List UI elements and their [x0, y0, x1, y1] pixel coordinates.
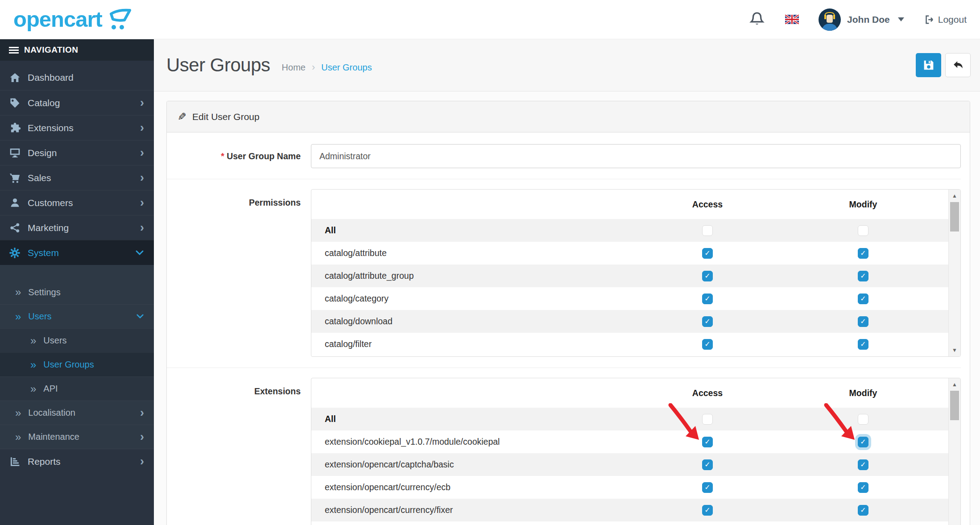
sidebar-item-label: Localisation [28, 408, 140, 418]
route-name: extension/cookiepal_v1.0.7/module/cookie… [311, 437, 637, 447]
extensions-label: Extensions [167, 378, 301, 525]
sidebar-item-marketing[interactable]: Marketing › [0, 215, 154, 240]
access-checkbox[interactable] [702, 505, 713, 516]
scrollbar-thumb[interactable] [950, 202, 959, 231]
breadcrumb: Home › User Groups [282, 57, 372, 73]
modify-checkbox[interactable] [858, 505, 868, 516]
route-name: All [311, 414, 637, 424]
route-name: All [311, 225, 637, 236]
cart-icon [8, 172, 21, 184]
back-button[interactable] [945, 53, 971, 77]
scrollbar-thumb[interactable] [950, 391, 959, 420]
sidebar-item-catalog[interactable]: Catalog › [0, 90, 154, 115]
save-floppy-icon [922, 59, 935, 71]
edit-user-group-panel: ✎ Edit User Group User Group Name Permis… [166, 101, 970, 525]
modify-checkbox[interactable] [858, 339, 868, 350]
sidebar-item-label: Users [28, 311, 136, 322]
modify-checkbox[interactable] [858, 225, 868, 236]
table-row: catalog/attribute_group [311, 265, 948, 287]
panel-title: Edit User Group [192, 112, 260, 122]
double-chevron-icon: » [30, 335, 36, 346]
sidebar-item-reports[interactable]: Reports › [0, 449, 154, 474]
scrollbar[interactable]: ▲ ▼ [948, 378, 960, 525]
sidebar-item-label: API [43, 384, 144, 394]
breadcrumb-current-link[interactable]: User Groups [321, 62, 372, 73]
breadcrumb-separator-icon: › [312, 62, 315, 73]
logo-text: opencart [13, 8, 102, 30]
chevron-down-icon [136, 314, 144, 319]
logout-button[interactable]: Logout [924, 14, 967, 25]
sidebar-item-users[interactable]: » Users [0, 328, 154, 352]
route-name: catalog/download [311, 316, 637, 327]
avatar [819, 8, 841, 31]
double-chevron-icon: » [15, 311, 21, 322]
modify-checkbox[interactable] [858, 437, 868, 447]
page-title: User Groups [166, 54, 270, 76]
scrollbar[interactable]: ▲ ▼ [948, 190, 960, 356]
modify-checkbox[interactable] [858, 271, 868, 281]
scrollbar-up-icon[interactable]: ▲ [949, 190, 960, 201]
sidebar-item-label: Maintenance [28, 432, 140, 442]
sidebar-item-api[interactable]: » API [0, 376, 154, 401]
access-checkbox[interactable] [702, 294, 713, 304]
sidebar-item-label: Sales [28, 173, 140, 183]
sidebar-item-label: Design [28, 148, 140, 158]
tag-icon [8, 97, 21, 109]
home-icon [8, 72, 21, 84]
sidebar-item-localisation[interactable]: » Localisation › [0, 401, 154, 425]
sidebar-item-sales[interactable]: Sales › [0, 165, 154, 190]
sidebar-item-maintenance[interactable]: » Maintenance › [0, 425, 154, 449]
access-checkbox[interactable] [702, 414, 713, 425]
language-flag-icon[interactable] [785, 15, 799, 24]
sidebar-item-users-parent[interactable]: » Users [0, 304, 154, 328]
user-group-name-input[interactable] [311, 144, 961, 168]
access-checkbox[interactable] [702, 316, 713, 327]
user-group-name-label: User Group Name [167, 144, 301, 168]
navigation-header[interactable]: NAVIGATION [0, 39, 154, 61]
back-arrow-icon [952, 59, 964, 71]
sidebar-item-label: User Groups [43, 360, 144, 370]
table-row: catalog/filter [311, 333, 948, 356]
table-row: catalog/download [311, 310, 948, 333]
modify-checkbox[interactable] [858, 414, 868, 425]
opencart-logo[interactable]: opencart [13, 8, 134, 31]
table-row: catalog/attribute [311, 242, 948, 265]
modify-checkbox[interactable] [858, 316, 868, 327]
top-header: opencart [0, 0, 980, 39]
notifications-bell-icon[interactable] [748, 11, 765, 29]
access-checkbox[interactable] [702, 248, 713, 259]
access-checkbox[interactable] [702, 271, 713, 281]
save-button[interactable] [916, 53, 941, 77]
extensions-rows: Allextension/cookiepal_v1.0.7/module/coo… [311, 408, 948, 521]
route-name: catalog/filter [311, 339, 637, 349]
access-checkbox[interactable] [702, 339, 713, 350]
panel-header: ✎ Edit User Group [167, 101, 970, 132]
scrollbar-down-icon[interactable]: ▼ [949, 345, 960, 356]
access-checkbox[interactable] [702, 437, 713, 447]
modify-checkbox[interactable] [858, 248, 868, 259]
scrollbar-up-icon[interactable]: ▲ [949, 379, 960, 390]
sidebar-item-design[interactable]: Design › [0, 140, 154, 165]
modify-checkbox[interactable] [858, 459, 868, 470]
table-row: All [311, 219, 948, 242]
sidebar-item-user-groups[interactable]: » User Groups [0, 352, 154, 376]
modify-checkbox[interactable] [858, 482, 868, 493]
access-column-header: Access [637, 388, 778, 398]
chevron-right-icon: › [140, 455, 144, 467]
access-checkbox[interactable] [702, 225, 713, 236]
sidebar-item-extensions[interactable]: Extensions › [0, 115, 154, 140]
access-checkbox[interactable] [702, 482, 713, 493]
sidebar-item-settings[interactable]: » Settings [0, 280, 154, 304]
double-chevron-icon: » [15, 408, 21, 418]
sidebar-item-label: Settings [28, 287, 144, 298]
double-chevron-icon: » [30, 360, 36, 370]
monitor-icon [8, 147, 21, 159]
modify-checkbox[interactable] [858, 294, 868, 304]
sidebar-item-system[interactable]: System [0, 240, 154, 265]
sidebar-item-dashboard[interactable]: Dashboard [0, 65, 154, 90]
breadcrumb-home-link[interactable]: Home [282, 62, 306, 73]
sidebar-item-customers[interactable]: Customers › [0, 190, 154, 215]
user-menu[interactable]: John Doe [819, 8, 904, 31]
route-name: extension/opencart/currency/fixer [311, 505, 637, 515]
access-checkbox[interactable] [702, 459, 713, 470]
